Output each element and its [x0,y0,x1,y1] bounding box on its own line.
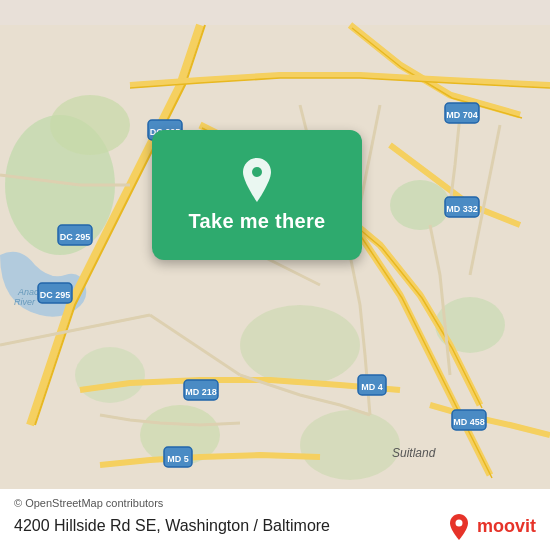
svg-point-4 [390,180,450,230]
take-me-there-button[interactable]: Take me there [152,130,362,260]
attribution-text: © OpenStreetMap contributors [14,497,536,509]
svg-text:MD 704: MD 704 [446,110,478,120]
moovit-pin-icon [445,512,473,540]
svg-point-31 [455,520,462,527]
svg-point-30 [252,167,262,177]
svg-point-7 [300,410,400,480]
svg-point-3 [240,305,360,385]
bottom-bar: © OpenStreetMap contributors 4200 Hillsi… [0,489,550,550]
svg-point-8 [75,347,145,403]
map-background: Anacostia River [0,0,550,550]
address-line: 4200 Hillside Rd SE, Washington / Baltim… [14,512,536,540]
svg-text:Suitland: Suitland [392,446,436,460]
address-text: 4200 Hillside Rd SE, Washington / Baltim… [14,517,330,535]
svg-text:DC 295: DC 295 [60,232,91,242]
svg-text:DC 295: DC 295 [40,290,71,300]
svg-text:River: River [14,297,36,307]
moovit-logo: moovit [445,512,536,540]
svg-point-2 [50,95,130,155]
location-pin-icon [239,158,275,202]
moovit-text: moovit [477,516,536,537]
take-me-label: Take me there [189,210,326,233]
svg-text:MD 5: MD 5 [167,454,189,464]
svg-text:MD 332: MD 332 [446,204,478,214]
svg-text:MD 4: MD 4 [361,382,383,392]
map-container: Anacostia River [0,0,550,550]
svg-text:MD 458: MD 458 [453,417,485,427]
svg-text:MD 218: MD 218 [185,387,217,397]
